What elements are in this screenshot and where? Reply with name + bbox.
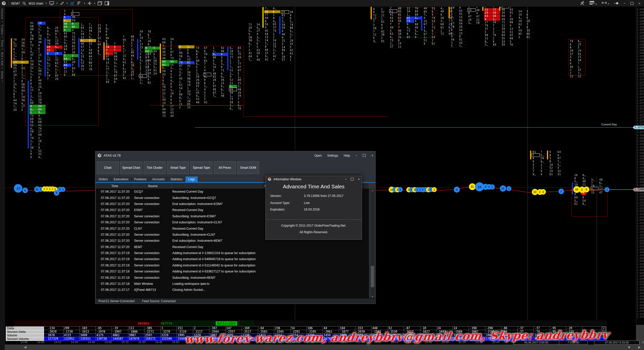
- column-header-source[interactable]: Source: [134, 183, 172, 189]
- sidebar-item-volume[interactable]: Volume: [1, 9, 4, 19]
- tab-spread-tape[interactable]: Spread Tape: [190, 161, 212, 174]
- tab-tick-cluster[interactable]: Tick Cluster: [144, 161, 166, 174]
- cluster-cell-value: 9: [63, 29, 71, 32]
- cluster-cell-value: 87: [237, 66, 245, 69]
- duplicate-window-icon[interactable]: [98, 1, 102, 5]
- chevron-down-icon[interactable]: ▾: [1, 80, 4, 82]
- add-indicator-icon[interactable]: [88, 1, 92, 5]
- close-button[interactable]: ×: [358, 177, 360, 181]
- subtab-executions[interactable]: Executions: [111, 177, 132, 182]
- close-button[interactable]: ×: [371, 154, 373, 157]
- scroll-down-icon[interactable]: ▼: [370, 295, 375, 298]
- menu-open[interactable]: Open: [314, 154, 321, 157]
- symbol-selector[interactable]: 6EM7: [11, 2, 20, 5]
- menu-help[interactable]: Help: [344, 154, 350, 157]
- footprint-cluster: 642793632898…61308458783215089: [63, 48, 79, 77]
- table-row[interactable]: 07.06.2017 11:37:19Server connectionAddi…: [96, 268, 369, 274]
- minimize-button[interactable]: −: [355, 154, 357, 157]
- list-settings-icon[interactable]: [589, 1, 594, 5]
- chevron-down-icon[interactable]: ▾: [56, 2, 58, 5]
- stop-icon[interactable]: ■: [628, 345, 630, 349]
- chevron-down-icon[interactable]: ▾: [608, 3, 609, 5]
- scroll-left-icon[interactable]: ◀: [24, 345, 26, 349]
- sidebar-item-time[interactable]: Time: [1, 40, 4, 47]
- trade-bubble: 5: [584, 187, 589, 192]
- cluster-cell-value: 4: [220, 72, 228, 75]
- chevron-down-icon[interactable]: ▾: [94, 2, 95, 5]
- timeframe-selector[interactable]: M15 chart: [29, 2, 43, 5]
- horizontal-scrollbar[interactable]: ◀ ■ ▶: [5, 344, 644, 350]
- chevron-down-icon[interactable]: ▾: [46, 2, 47, 5]
- tab-all-prices[interactable]: All Prices: [214, 161, 236, 174]
- cluster-cell-value: 7: [178, 49, 186, 52]
- cluster-row: 5280: [229, 79, 245, 82]
- scroll-up-icon[interactable]: ▲: [370, 189, 375, 192]
- cluster-row: 9…39: [63, 42, 79, 45]
- sidebar-item-bid-x-ask[interactable]: Bid x Ask: [1, 52, 4, 66]
- sidebar-item-trades[interactable]: Trades: [1, 25, 4, 35]
- table-row[interactable]: 07.06.2017 11:37:19Server connectionAddi…: [96, 250, 369, 256]
- table-row[interactable]: 07.06.2017 11:37:19Server connectionAddi…: [96, 262, 369, 268]
- maximize-button[interactable]: [351, 178, 354, 181]
- chevron-down-icon[interactable]: ▾: [1, 67, 4, 69]
- log-table-scrollbar[interactable]: ▲ ▼: [370, 189, 375, 298]
- chart-type-icon[interactable]: [70, 1, 75, 6]
- minimize-window-button[interactable]: −: [624, 2, 626, 5]
- tab-chart[interactable]: Chart: [97, 161, 119, 174]
- cluster-cell-value: 6: [492, 40, 500, 43]
- scroll-right-icon[interactable]: ▶: [638, 345, 641, 349]
- tab-smart-dom[interactable]: Smart DOM: [237, 161, 259, 174]
- subtab-positions[interactable]: Positions: [131, 177, 149, 182]
- chevron-down-icon[interactable]: ▾: [595, 3, 597, 5]
- column-header-time[interactable]: Time: [96, 183, 134, 189]
- chevron-down-icon[interactable]: ▾: [67, 2, 68, 5]
- cluster-row: 9788: [105, 55, 121, 58]
- dialog-titlebar[interactable]: ATAS v3.79 OpenSettingsHelp − ×: [95, 151, 375, 159]
- chevron-down-icon[interactable]: ▾: [1, 48, 4, 50]
- cluster-cell-value: 2: [431, 39, 439, 42]
- scrollbar-thumb[interactable]: [371, 266, 374, 287]
- sidebar-item-delta[interactable]: Delta: [1, 71, 4, 79]
- cluster-cell-value: 11: [29, 89, 37, 92]
- trade-bubble: 6: [22, 188, 28, 193]
- close-window-button[interactable]: ×: [638, 2, 640, 5]
- cluster-cell-value: 61: [281, 14, 289, 17]
- chevron-down-icon[interactable]: ▾: [1, 36, 4, 38]
- cluster-cell-value: 4: [29, 57, 37, 60]
- panel-layout-icon[interactable]: [105, 1, 109, 5]
- cluster-row: 898…: [63, 57, 79, 61]
- table-row[interactable]: 07.06.2017 11:37:19Server connectionAddi…: [96, 256, 369, 262]
- pin-icon[interactable]: [614, 2, 619, 5]
- chevron-down-icon[interactable]: ▾: [84, 2, 85, 5]
- price-axis[interactable]: 1,129101,129051,129001,128951,128901,128…: [636, 7, 644, 325]
- table-row[interactable]: 07.06.2017 11:37:206EM7Received Current …: [96, 244, 369, 250]
- volume-profile-icon[interactable]: [77, 2, 81, 5]
- subtab-statistics[interactable]: Statistics: [168, 177, 185, 182]
- chevron-down-icon[interactable]: ▾: [1, 20, 4, 23]
- table-row[interactable]: 07.06.2017 11:37:19Server connectionSubs…: [96, 274, 369, 281]
- subtab-logs[interactable]: Logs: [185, 177, 198, 182]
- tools-icon[interactable]: [580, 1, 584, 6]
- tab-spread-chart[interactable]: Spread Chart: [120, 161, 142, 174]
- cluster-row: 7198: [501, 21, 517, 24]
- cluster-row: 5665: [264, 23, 280, 26]
- cluster-row: 1259: [80, 49, 96, 52]
- maximize-button[interactable]: [363, 154, 366, 157]
- table-row[interactable]: 07.06.2017 11:37:18Main WindowLoading wo…: [96, 281, 369, 287]
- menu-settings[interactable]: Settings: [327, 154, 338, 157]
- cluster-row: 151: [145, 62, 161, 66]
- subtab-orders[interactable]: Orders: [96, 177, 111, 182]
- link-icon[interactable]: [602, 1, 607, 5]
- cluster-row: 1628: [518, 20, 534, 23]
- restore-window-button[interactable]: [630, 2, 633, 5]
- cluster-cell-value: 1…: [406, 13, 414, 16]
- info-window-titlebar[interactable]: Information Window − ×: [266, 176, 362, 182]
- monitor-icon[interactable]: [49, 1, 54, 5]
- cluster-row: 9…77: [80, 58, 96, 62]
- tab-smart-tape[interactable]: Smart Tape: [167, 161, 189, 174]
- subtab-accounts[interactable]: Accounts: [149, 177, 168, 182]
- search-icon[interactable]: [22, 2, 26, 5]
- table-row[interactable]: 07.06.2017 11:37:17IQFeed 466713Closing …: [96, 287, 369, 293]
- pencil-icon[interactable]: [60, 1, 64, 5]
- minimize-button[interactable]: −: [345, 177, 347, 181]
